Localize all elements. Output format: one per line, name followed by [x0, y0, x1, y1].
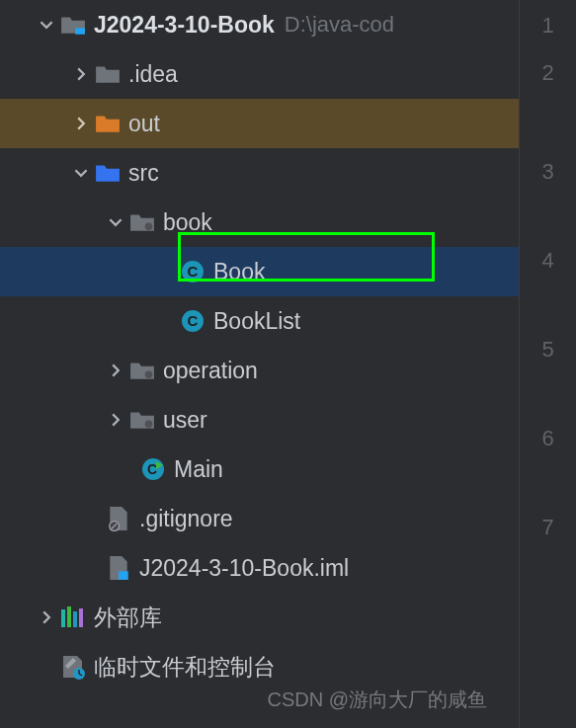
line-number: 4: [541, 238, 553, 327]
tree-item-scratches[interactable]: 临时文件和控制台: [0, 642, 519, 691]
svg-rect-15: [73, 611, 77, 627]
watermark: CSDN @游向大厂的咸鱼: [267, 687, 487, 713]
out-label: out: [128, 111, 160, 137]
chevron-right-icon[interactable]: [35, 610, 58, 624]
tree-item-main-class[interactable]: C Main: [0, 445, 519, 494]
project-tree: J2024-3-10-Book D:\java-cod .idea out sr…: [0, 0, 519, 728]
user-package-label: user: [163, 407, 207, 434]
project-root-path: D:\java-cod: [285, 12, 394, 38]
svg-rect-14: [67, 607, 71, 627]
tree-item-user-package[interactable]: user: [0, 395, 519, 445]
package-icon: [127, 211, 157, 233]
runnable-class-icon: C: [138, 457, 168, 481]
tree-item-idea[interactable]: .idea: [0, 49, 519, 99]
svg-text:C: C: [188, 263, 199, 280]
module-file-icon: [104, 555, 133, 581]
module-folder-icon: [58, 14, 88, 36]
tree-item-book-package[interactable]: book: [0, 198, 519, 247]
tree-item-src[interactable]: src: [0, 148, 519, 198]
tree-item-out[interactable]: out: [0, 99, 519, 148]
chevron-right-icon[interactable]: [104, 413, 127, 427]
package-icon: [127, 360, 157, 381]
line-number: 7: [541, 505, 553, 594]
chevron-right-icon[interactable]: [69, 67, 93, 81]
excluded-folder-icon: [93, 113, 123, 134]
tree-item-book-class[interactable]: C Book: [0, 247, 519, 296]
svg-point-1: [145, 223, 153, 231]
svg-point-7: [145, 421, 153, 429]
chevron-down-icon[interactable]: [104, 215, 127, 229]
line-number: 6: [541, 416, 553, 505]
tree-item-booklist-class[interactable]: C BookList: [0, 296, 519, 346]
line-number: 1: [541, 3, 553, 50]
tree-item-gitignore[interactable]: .gitignore: [0, 494, 519, 543]
svg-text:C: C: [147, 461, 157, 477]
scratches-icon: [58, 654, 88, 680]
libraries-icon: [58, 606, 88, 629]
class-icon: C: [178, 260, 207, 283]
class-icon: C: [178, 309, 207, 333]
package-icon: [127, 409, 157, 431]
tree-item-operation-package[interactable]: operation: [0, 346, 519, 395]
scratches-label: 临时文件和控制台: [94, 652, 276, 683]
chevron-right-icon[interactable]: [104, 364, 127, 377]
src-label: src: [128, 160, 159, 187]
line-number: 2: [541, 50, 553, 149]
svg-rect-0: [75, 28, 85, 35]
booklist-class-label: BookList: [213, 308, 300, 335]
book-class-label: Book: [213, 259, 265, 285]
file-icon: [104, 506, 133, 531]
chevron-down-icon[interactable]: [35, 18, 58, 32]
tree-item-iml[interactable]: J2024-3-10-Book.iml: [0, 543, 519, 593]
source-folder-icon: [93, 162, 123, 184]
svg-rect-13: [61, 609, 65, 627]
line-number: 3: [541, 149, 553, 238]
project-root-label: J2024-3-10-Book: [94, 12, 275, 39]
tree-item-project-root[interactable]: J2024-3-10-Book D:\java-cod: [0, 0, 519, 49]
idea-label: .idea: [128, 61, 178, 88]
svg-rect-16: [79, 608, 83, 627]
svg-rect-12: [119, 571, 128, 580]
operation-package-label: operation: [163, 358, 258, 384]
tree-item-external-libraries[interactable]: 外部库: [0, 593, 519, 642]
gitignore-label: .gitignore: [139, 506, 233, 532]
editor-gutter: 1 2 3 4 5 6 7: [519, 0, 576, 728]
iml-label: J2024-3-10-Book.iml: [139, 555, 349, 582]
svg-point-6: [145, 371, 153, 379]
svg-text:C: C: [188, 312, 199, 329]
line-number: 5: [541, 327, 553, 416]
book-package-label: book: [163, 209, 212, 236]
main-class-label: Main: [174, 456, 223, 483]
chevron-down-icon[interactable]: [69, 166, 93, 180]
external-libraries-label: 外部库: [94, 603, 162, 633]
chevron-right-icon[interactable]: [69, 117, 93, 130]
folder-icon: [93, 63, 123, 85]
